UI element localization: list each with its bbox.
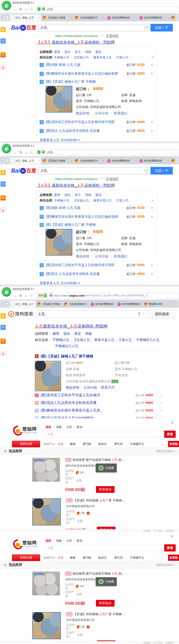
brand-link[interactable]: 東首 xyxy=(74,332,85,336)
brand-link[interactable]: 康博 xyxy=(54,50,64,54)
see-more-link[interactable]: 查看更多人孔 共42300条>> xyxy=(40,136,154,142)
chevron-down-icon[interactable]: ∨ xyxy=(160,416,162,419)
product-row[interactable]: 5 (图)压力容器法兰人孔Q345R锅炉 起订价:¥620 ∨ xyxy=(35,414,162,418)
baidu-search-button[interactable]: 百度一下 xyxy=(151,24,173,32)
baidu-snapshot-link[interactable]: 百度快照 xyxy=(106,177,119,181)
category-link[interactable]: 卫生级人孔 xyxy=(74,338,95,342)
product-image-manhole[interactable] xyxy=(32,498,61,526)
nav-supply[interactable]: 供应 xyxy=(46,425,56,429)
favorites-star-icon[interactable]: ★ xyxy=(1,313,6,318)
hot-product-link[interactable]: 除灰孔 xyxy=(98,556,107,560)
back-icon[interactable]: ← xyxy=(13,7,18,12)
tab-scroll-left-icon[interactable]: ‹ xyxy=(0,300,5,307)
show-here-link[interactable]: 我想在这展现>> xyxy=(156,563,175,567)
caret-down-icon[interactable] xyxy=(101,35,103,37)
brand-link[interactable]: 源兴 xyxy=(64,193,74,197)
chevron-down-icon[interactable]: ∨ xyxy=(160,401,162,404)
hot-product-link[interactable]: 人孔 xyxy=(58,442,64,446)
hc360-logo[interactable]: 慧聪网 HC360.COM xyxy=(13,539,46,548)
microphone-icon[interactable] xyxy=(138,312,140,315)
weibo-icon[interactable]: ⊙ xyxy=(1,52,6,58)
close-icon[interactable]: × xyxy=(135,16,137,19)
product-title-link[interactable]: (图)【昊诚】碳钢人孔厂家 不锈钢 xyxy=(46,80,95,84)
chevron-down-icon[interactable]: ∨ xyxy=(151,72,153,75)
result-url[interactable]: https://zhidao.baidu.com/quest... xyxy=(55,34,100,38)
address-text[interactable]: 人孔 xyxy=(47,7,53,12)
chevron-down-icon[interactable]: ∨ xyxy=(151,129,153,132)
search-input[interactable] xyxy=(38,24,151,31)
chevron-down-icon[interactable]: ∨ xyxy=(160,409,162,412)
product-row[interactable]: 4 (图)狮城管业长期出售垂直吊盖人孔您... 起订价:¥200 ∨ xyxy=(35,406,162,414)
close-icon[interactable]: × xyxy=(167,16,169,19)
home-icon[interactable]: ⌂ xyxy=(23,7,29,12)
back-icon[interactable]: ← xyxy=(13,293,18,298)
company-name-link[interactable]: 沧州昊诚管道有限公司 xyxy=(66,504,145,508)
company-intro-link[interactable]: 公司介绍 xyxy=(84,386,101,389)
category-link[interactable]: 不锈钢压力人孔 xyxy=(136,338,164,342)
brand-link[interactable]: 冀孟 xyxy=(95,193,105,197)
clear-icon[interactable]: × xyxy=(143,312,145,316)
chevron-down-icon[interactable]: ∨ xyxy=(151,272,153,276)
contact-link[interactable]: 联系方式 xyxy=(101,386,114,389)
hc360-logo[interactable]: 慧聪网 HC360.COM xyxy=(13,426,46,435)
tab-carbon-steel[interactable]: 【全新碳钢排污 × xyxy=(74,157,106,164)
search-button[interactable]: 搜索 xyxy=(164,430,176,438)
product-detail-link[interactable]: 商品详情 xyxy=(76,111,95,115)
tab-zhibo-1[interactable]: W 沧州智博网络技 × xyxy=(90,300,116,307)
status-item[interactable]: 体验版 xyxy=(143,642,150,644)
close-icon[interactable]: × xyxy=(167,159,169,162)
brand-link[interactable]: 明德 xyxy=(85,332,92,336)
tab-zhibo-2[interactable]: W 沧州智博网络技 × xyxy=(138,14,170,21)
product-image-manhole[interactable] xyxy=(46,229,72,256)
product-image-flanges[interactable]: 共创流体 xyxy=(32,458,60,482)
tab-flange-page[interactable]: 法兰_管板_人孔 × xyxy=(10,14,41,21)
brand-link[interactable]: 冀孟 xyxy=(95,50,105,54)
news-panel-icon[interactable]: ≡ xyxy=(1,325,6,330)
brand-link[interactable]: 圣天 xyxy=(75,193,85,197)
hot-product-link[interactable]: 不锈钢手孔 xyxy=(130,442,144,446)
see-more-link[interactable]: 查看更多人孔 共42300条>> xyxy=(40,279,154,284)
product-row[interactable]: 5 (图)琨达 人孔品质优专业制造 高质量 起订价:¥500 ∨ xyxy=(40,126,154,135)
product-row[interactable]: 1 (图)润膨 直销 人孔 孔板 起订价:¥100 ∨ xyxy=(40,60,154,69)
nav-supply[interactable]: 供应 xyxy=(46,539,56,542)
chevron-down-icon[interactable]: ∨ xyxy=(151,215,153,218)
category-link[interactable]: 方形人孔 xyxy=(119,338,136,342)
close-icon[interactable]: × xyxy=(103,16,105,19)
close-icon[interactable]: × xyxy=(71,159,72,162)
brand-link[interactable]: 康博 xyxy=(53,332,64,336)
camera-icon[interactable] xyxy=(144,26,148,29)
product-detail-link[interactable]: 商品详情 xyxy=(66,386,84,389)
nav-buy[interactable]: 求购 xyxy=(56,425,66,429)
all-categories-tab[interactable]: 全部分类 xyxy=(12,554,40,561)
hot-product-link[interactable]: 通气管 xyxy=(114,442,123,446)
product-image-manhole[interactable] xyxy=(35,361,61,391)
product-title-link[interactable]: (图)圣恒加工定制水平吊盖人孔价格详情可电联 xyxy=(46,120,115,124)
contact-phone-button[interactable]: 联系电话 xyxy=(96,486,115,493)
result-title-link[interactable]: 【人孔】最新批发价格_人孔采购商机 - 慧聪网 xyxy=(37,40,179,45)
tab-haocheng[interactable]: 【昊诚恒力弹簧 × xyxy=(42,157,74,164)
baidu-snapshot-link[interactable]: 百度快照 xyxy=(106,34,119,38)
hot-product-link[interactable]: 视镜 xyxy=(70,556,75,560)
product-title-link[interactable]: (图)【昊诚】碳钢人孔厂家 不锈钢 xyxy=(46,223,95,227)
category-link[interactable]: 垂直吊盖人孔 xyxy=(93,56,116,59)
tab-carbon-steel[interactable]: 【全新碳钢排污 × xyxy=(74,14,106,21)
category-link[interactable]: 卫生级人孔 xyxy=(74,56,93,59)
product-image-flanges[interactable]: 共创流体 xyxy=(32,572,60,595)
favorites-star-icon[interactable]: ★ xyxy=(1,27,6,32)
result-title-link[interactable]: 人孔最新批发价格_人孔采购商机-慧聪网 xyxy=(35,324,162,329)
chevron-down-icon[interactable]: ∨ xyxy=(151,63,153,66)
contact-at-icon[interactable]: @ xyxy=(1,351,6,356)
hot-product-link[interactable]: 通气帽 xyxy=(83,556,91,560)
product-image-manhole[interactable] xyxy=(46,86,72,112)
product-row-expanded-header[interactable]: 3 (图)【昊诚】碳钢人孔厂家 不锈钢 xyxy=(40,78,154,85)
product-row[interactable]: 4 (图)圣恒加工定制水平吊盖人孔价格详情可电联 起订价:¥400 ∨ xyxy=(40,118,154,126)
brand-link[interactable]: 源兴 xyxy=(64,50,74,54)
category-link[interactable]: 卫生级人孔 xyxy=(74,198,93,202)
sogou-search-button[interactable]: 搜狗搜索 xyxy=(149,310,175,318)
search-button[interactable]: 搜索 xyxy=(164,544,176,552)
address-bar[interactable]: 搜狗证 https://www.sogou.com/web?query=人孔&i… xyxy=(36,293,179,298)
hot-product-link[interactable]: 人孔 xyxy=(58,556,64,560)
tab-zhibo-2[interactable]: W 沧州智博网络技 × xyxy=(138,157,170,164)
refresh-icon[interactable]: ↻ xyxy=(18,150,23,155)
weibo-icon[interactable]: ⊙ xyxy=(1,338,6,344)
